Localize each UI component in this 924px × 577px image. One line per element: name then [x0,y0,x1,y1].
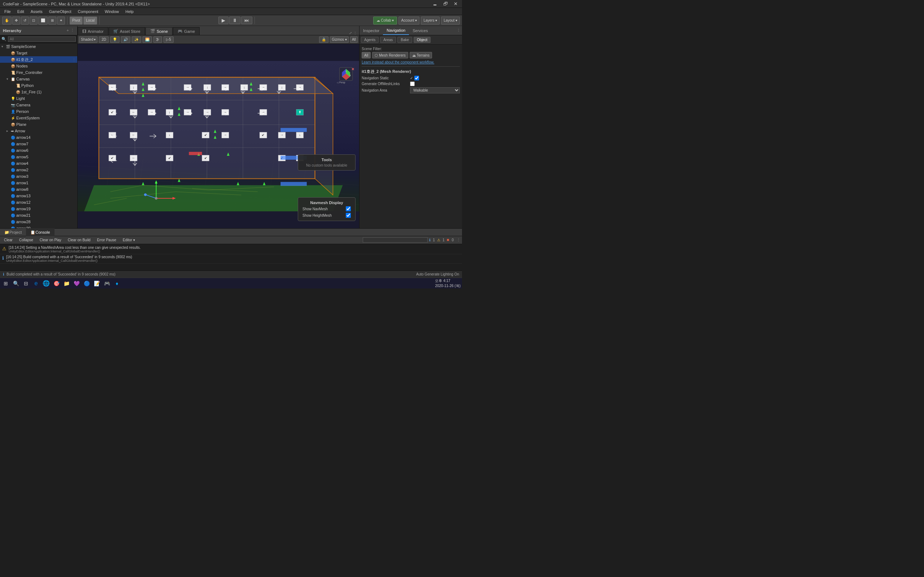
hierarchy-item-4[interactable]: 📜 Fire_Controller [0,69,77,76]
play-button[interactable]: ▶ [218,16,228,24]
local-button[interactable]: Local [83,16,97,24]
explorer-icon[interactable]: 📁 [62,279,71,288]
filter-all-button[interactable]: All [362,52,371,58]
inspector-settings-button[interactable]: ⋮ [457,28,460,33]
hierarchy-item-13[interactable]: ▸ ➡ Arrow [0,128,77,134]
tab-navigation[interactable]: Navigation [383,26,409,35]
console-clear-on-build-button[interactable]: Clear on Build [65,237,93,243]
app1-icon[interactable]: 🎯 [52,279,61,288]
app5-icon[interactable]: ♦ [113,279,121,288]
hierarchy-item-17[interactable]: 🔵 arrow5 [0,154,77,160]
hierarchy-item-28[interactable]: 🔵 arrow20 [0,225,77,228]
all-filter-dropdown[interactable]: All [350,36,358,43]
scale-tool[interactable]: ⊡ [30,16,37,24]
menu-assets[interactable]: Assets [28,9,45,15]
shading-dropdown[interactable]: Shaded ▾ [79,36,97,43]
scene-audio-button[interactable]: 🔊 [121,36,130,43]
account-dropdown[interactable]: Account ▾ [399,16,419,24]
edge-icon[interactable]: e [32,279,40,288]
hierarchy-item-3[interactable]: 📦 Nodes [0,63,77,69]
menu-gameobject[interactable]: GameObject [46,9,74,15]
hierarchy-item-2[interactable]: 📦 it1호관_2 ⋮ [0,56,77,63]
collab-button[interactable]: ☁ Collab ▾ [373,16,397,24]
tab-inspector[interactable]: Inspector [360,26,383,35]
show-heightmesh-checkbox[interactable] [346,213,351,218]
minimize-button[interactable]: 🗕 [431,1,439,6]
menu-window[interactable]: Window [102,9,122,15]
hierarchy-item-6[interactable]: 📜 Python [0,82,77,89]
console-editor-button[interactable]: Editor ▾ [120,237,137,243]
menu-edit[interactable]: Edit [15,9,27,15]
hierarchy-item-8[interactable]: 💡 Light [0,95,77,102]
hierarchy-item-11[interactable]: ⚡ EventSystem [0,115,77,121]
filter-terrain-button[interactable]: ⛰ Terrains [410,52,432,58]
maximize-button[interactable]: 🗗 [442,1,449,6]
show-navmesh-checkbox[interactable] [346,206,351,211]
tab-services[interactable]: Services [409,26,431,35]
filter-mesh-button[interactable]: ⬡ Mesh Renderers [372,52,408,58]
tab-animator[interactable]: 🎞 Animator [78,27,108,35]
step-button[interactable]: ⏭ [241,16,252,24]
hierarchy-search-input[interactable] [8,36,76,42]
hierarchy-item-22[interactable]: 🔵 arrow8 [0,186,77,193]
menu-file[interactable]: File [2,9,14,15]
search-taskbar-button[interactable]: 🔍 [11,279,20,288]
workflow-link[interactable]: Learn instead about the component workfl… [362,60,434,64]
hierarchy-item-1[interactable]: 📦 Target [0,50,77,56]
scene-view[interactable]: ← ↓ → → ↓ → [78,44,359,228]
hierarchy-item-23[interactable]: 🔵 arrow13 [0,193,77,199]
gizmos-dropdown[interactable]: Gizmos ▾ [330,36,349,43]
hierarchy-item-12[interactable]: 📦 Plane [0,121,77,128]
hierarchy-item-26[interactable]: 🔵 arrow21 [0,212,77,219]
tab-scene[interactable]: 🎬 Scene [145,27,173,35]
pause-button[interactable]: ⏸ [229,16,241,24]
chrome-icon[interactable]: 🌐 [42,279,50,288]
offmesh-checkbox[interactable] [410,82,415,86]
taskview-button[interactable]: ⊟ [22,279,30,288]
hierarchy-item-25[interactable]: 🔵 arrow19 [0,206,77,212]
rotate-tool[interactable]: ↺ [21,16,29,24]
menu-help[interactable]: Help [122,9,136,15]
layout-dropdown[interactable]: Layout ▾ [441,16,460,24]
hierarchy-item-16[interactable]: 🔵 arrow6 [0,147,77,154]
hierarchy-item-20[interactable]: 🔵 arrow3 [0,173,77,180]
custom-tool[interactable]: ✦ [57,16,65,24]
hand-tool[interactable]: ✋ [2,16,11,24]
app4-icon[interactable]: 📝 [92,279,101,288]
scene-fx-button[interactable]: ✨ [132,36,141,43]
sub-tab-agents[interactable]: Agents [361,37,379,43]
hierarchy-item-18[interactable]: 🔵 arrow4 [0,160,77,167]
hierarchy-item-5[interactable]: ▾ 📋 Canvas [0,76,77,82]
console-message-1[interactable]: ℹ [16:14:25] Build completed with a resu… [0,254,462,264]
scene-lock-button[interactable]: 🔒 [319,36,328,43]
hierarchy-item-15[interactable]: 🔵 arrow7 [0,141,77,147]
tab-project[interactable]: 📁 Project [0,228,26,236]
layers-dropdown[interactable]: Layers ▾ [421,16,439,24]
start-button[interactable]: ⊞ [2,279,10,288]
console-menu-button[interactable]: ⋮ [457,238,460,242]
hierarchy-item-14[interactable]: 🔵 arrow14 [0,134,77,141]
close-button[interactable]: ✕ [452,1,459,6]
tab-asset-store[interactable]: 🛒 Asset Store [109,27,145,35]
hierarchy-item-24[interactable]: 🔵 arrow12 [0,199,77,206]
tab-console[interactable]: 📋 Console [26,228,54,236]
hierarchy-item-9[interactable]: 📷 Camera [0,102,77,108]
console-message-0[interactable]: ⚠ [16:14:24] Setting a NavMeshArea cost … [0,245,462,254]
scene-ani-button[interactable]: ▷5 [163,36,174,43]
sub-tab-object[interactable]: Object [414,37,431,43]
hierarchy-item-21[interactable]: 🔵 arrow1 [0,180,77,186]
hierarchy-add-button[interactable]: + [67,28,69,33]
nav-area-select[interactable]: Walkable [410,87,460,93]
nav-static-checkbox[interactable] [414,76,419,81]
sub-tab-areas[interactable]: Areas [380,37,396,43]
transform-tool[interactable]: ⊞ [48,16,56,24]
scene-skybox-button[interactable]: 🌅 [142,36,152,43]
hierarchy-item-27[interactable]: 🔵 arrow28 [0,219,77,225]
2d-button[interactable]: 2D [99,36,109,43]
app2-icon[interactable]: 💜 [72,279,81,288]
hierarchy-item-7[interactable]: 📦 1st_Fire (1) [0,89,77,95]
console-error-pause-button[interactable]: Error Pause [95,237,119,243]
scene-maximize-button[interactable]: ⤢ [349,31,352,35]
console-clear-button[interactable]: Clear [2,237,15,243]
hierarchy-item-19[interactable]: 🔵 arrow2 [0,167,77,173]
